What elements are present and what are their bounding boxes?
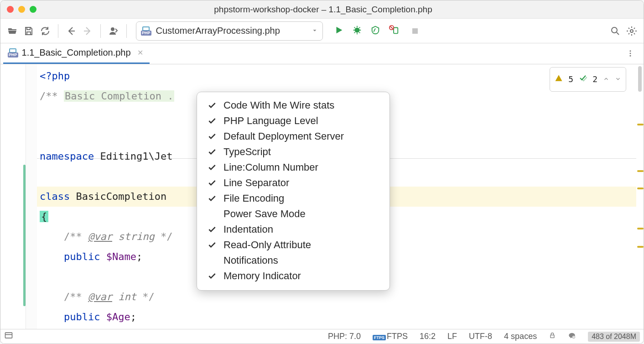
context-menu-item[interactable]: Power Save Mode bbox=[197, 206, 390, 222]
code-token: /** bbox=[64, 291, 88, 302]
close-tab-icon[interactable]: ✕ bbox=[137, 48, 143, 57]
ftps-icon: FTPS bbox=[373, 335, 386, 340]
context-menu-label: Default Deployment Server bbox=[223, 130, 344, 142]
code-token: Editing1\Jet bbox=[100, 151, 172, 162]
tab-label: 1.1_Basic_Completion.php bbox=[22, 47, 131, 58]
context-menu-label: Read-Only Attribute bbox=[223, 239, 311, 251]
profile-icon[interactable] bbox=[389, 25, 400, 37]
debug-icon[interactable] bbox=[352, 25, 362, 37]
svg-point-7 bbox=[630, 50, 631, 52]
coverage-icon[interactable] bbox=[370, 25, 380, 37]
notifications-icon[interactable] bbox=[568, 331, 576, 342]
context-menu-item[interactable]: Default Deployment Server bbox=[197, 129, 390, 144]
svg-rect-10 bbox=[5, 333, 12, 338]
run-configuration-combo[interactable]: PHP CustomerArrayProcessing.php bbox=[136, 21, 323, 41]
status-memory-indicator[interactable]: 483 of 2048M bbox=[588, 332, 640, 342]
context-menu-item[interactable]: PHP Language Level bbox=[197, 113, 390, 129]
zoom-window-button[interactable] bbox=[30, 6, 36, 13]
settings-icon[interactable] bbox=[624, 24, 639, 38]
tool-windows-toggle-icon[interactable] bbox=[4, 331, 13, 342]
status-indentation[interactable]: 4 spaces bbox=[504, 332, 537, 341]
stop-icon[interactable] bbox=[408, 24, 422, 38]
context-menu-item[interactable]: Line Separator bbox=[197, 175, 390, 191]
code-token: string bbox=[118, 231, 154, 242]
open-icon[interactable] bbox=[5, 24, 20, 38]
context-menu-label: Notifications bbox=[223, 255, 278, 266]
minimize-window-button[interactable] bbox=[18, 6, 25, 13]
reload-icon[interactable] bbox=[38, 24, 52, 38]
forward-icon[interactable] bbox=[80, 24, 95, 38]
tool-window-gutter bbox=[0, 64, 26, 329]
status-php-level[interactable]: PHP: 7.0 bbox=[328, 332, 361, 341]
check-icon bbox=[207, 147, 217, 157]
run-icon[interactable] bbox=[334, 25, 344, 37]
tab-more-icon[interactable] bbox=[620, 45, 641, 64]
run-configuration-label: CustomerArrayProcessing.php bbox=[156, 26, 280, 36]
context-menu-item[interactable]: Indentation bbox=[197, 222, 390, 237]
check-icon bbox=[207, 271, 217, 281]
check-icon bbox=[207, 178, 217, 188]
context-menu-item[interactable]: Read-Only Attribute bbox=[197, 237, 390, 253]
check-icon bbox=[207, 162, 217, 172]
code-token: namespace bbox=[40, 151, 94, 162]
code-token: */ bbox=[136, 291, 155, 302]
svg-rect-4 bbox=[412, 28, 418, 34]
context-menu-label: File Encoding bbox=[223, 193, 284, 204]
php-file-icon: PHP bbox=[141, 26, 151, 36]
svg-point-5 bbox=[612, 27, 617, 33]
code-token: @var bbox=[88, 231, 112, 242]
code-token: Basic Completion . bbox=[64, 90, 174, 102]
vcs-change-marker bbox=[23, 165, 26, 306]
status-line-separator[interactable]: LF bbox=[447, 332, 457, 341]
svg-point-1 bbox=[355, 27, 360, 32]
readonly-icon[interactable] bbox=[549, 332, 556, 341]
check-icon bbox=[207, 193, 217, 203]
code-token: BasicCompletion bbox=[76, 191, 166, 202]
status-deploy-server[interactable]: FTPSFTPS bbox=[373, 332, 408, 341]
chevron-down-icon bbox=[312, 26, 318, 36]
svg-rect-11 bbox=[551, 335, 554, 338]
check-icon bbox=[207, 116, 217, 126]
context-menu-item[interactable]: Memory Indicator bbox=[197, 268, 390, 284]
status-bar: PHP: 7.0 FTPSFTPS 16:2 LF UTF-8 4 spaces… bbox=[0, 329, 644, 344]
code-token: /** bbox=[40, 90, 64, 102]
svg-point-0 bbox=[111, 27, 114, 31]
context-menu-label: Line:Column Number bbox=[223, 162, 318, 173]
context-menu-item[interactable]: Code With Me Wire stats bbox=[197, 98, 390, 113]
context-menu-label: TypeScript bbox=[223, 146, 271, 158]
user-icon[interactable] bbox=[106, 24, 121, 38]
context-menu-label: Code With Me Wire stats bbox=[223, 99, 334, 111]
code-token: public bbox=[64, 311, 100, 323]
code-token: @var bbox=[88, 291, 112, 302]
ide-window: phpstorm-workshop-docker – 1.1_Basic_Com… bbox=[0, 0, 644, 344]
svg-rect-2 bbox=[394, 27, 398, 33]
context-menu-label: Line Separator bbox=[223, 177, 289, 189]
context-menu-item[interactable]: Notifications bbox=[197, 253, 390, 268]
close-window-button[interactable] bbox=[7, 6, 14, 13]
context-menu-item[interactable]: Line:Column Number bbox=[197, 160, 390, 175]
main-toolbar: PHP CustomerArrayProcessing.php bbox=[0, 19, 644, 43]
scrollbar-thumb[interactable] bbox=[638, 66, 642, 92]
search-icon[interactable] bbox=[608, 24, 623, 38]
editor-tab-active[interactable]: PHP 1.1_Basic_Completion.php ✕ bbox=[3, 43, 150, 64]
back-icon[interactable] bbox=[64, 24, 78, 38]
context-menu-label: Memory Indicator bbox=[223, 270, 301, 282]
check-icon bbox=[207, 224, 217, 235]
context-menu-item[interactable]: File Encoding bbox=[197, 191, 390, 206]
code-token: int bbox=[118, 291, 136, 302]
code-token: { bbox=[40, 211, 48, 222]
status-encoding[interactable]: UTF-8 bbox=[469, 332, 492, 341]
status-bar-context-menu[interactable]: Code With Me Wire statsPHP Language Leve… bbox=[197, 92, 390, 291]
code-token: $Name bbox=[106, 251, 136, 262]
error-stripe[interactable] bbox=[636, 64, 644, 329]
check-icon bbox=[207, 240, 217, 250]
context-menu-label: Power Save Mode bbox=[223, 208, 306, 220]
code-token: ; bbox=[136, 251, 142, 262]
context-menu-item[interactable]: TypeScript bbox=[197, 144, 390, 160]
titlebar: phpstorm-workshop-docker – 1.1_Basic_Com… bbox=[0, 0, 644, 19]
save-icon[interactable] bbox=[21, 24, 36, 38]
status-line-column[interactable]: 16:2 bbox=[420, 332, 436, 341]
window-controls bbox=[7, 6, 36, 13]
code-token: <?php bbox=[40, 70, 70, 82]
context-menu-label: Indentation bbox=[223, 224, 273, 235]
